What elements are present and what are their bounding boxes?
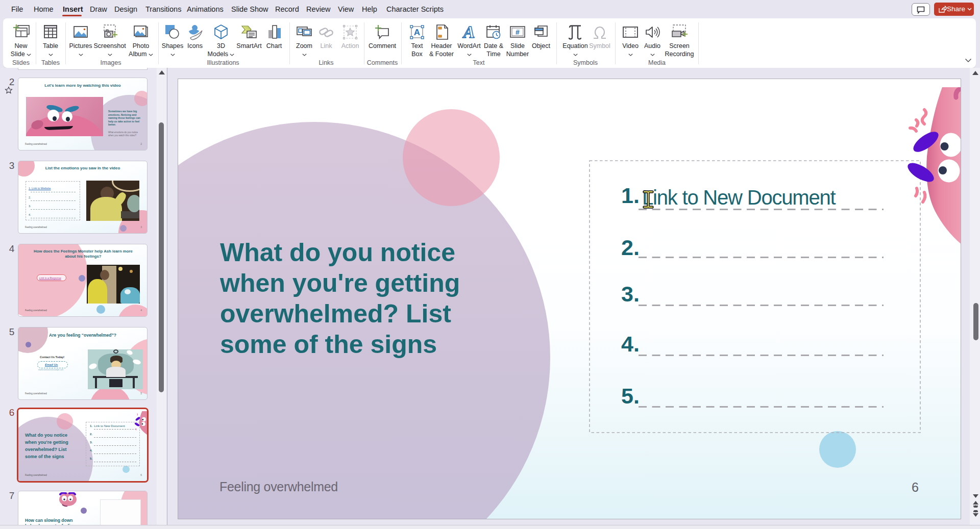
svg-text:A: A bbox=[414, 28, 420, 37]
svg-text:A: A bbox=[462, 24, 475, 40]
svg-text:#: # bbox=[516, 28, 520, 36]
